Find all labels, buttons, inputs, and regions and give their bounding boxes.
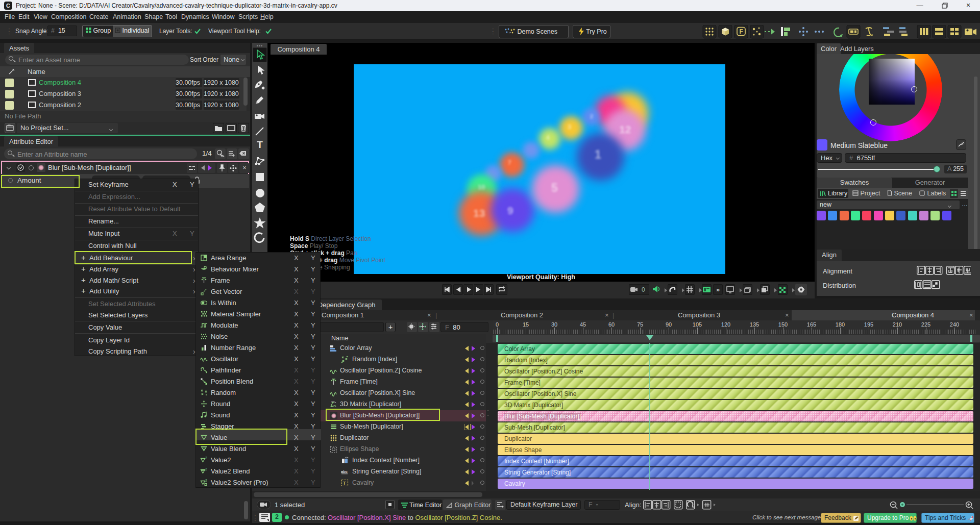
svg-text:2: 2 [205,456,207,460]
svg-text:T: T [343,481,346,486]
svg-text:2: 2 [205,479,207,482]
svg-text:2: 2 [205,467,207,471]
svg-text:F: F [740,28,743,35]
svg-text:abc: abc [341,469,348,474]
